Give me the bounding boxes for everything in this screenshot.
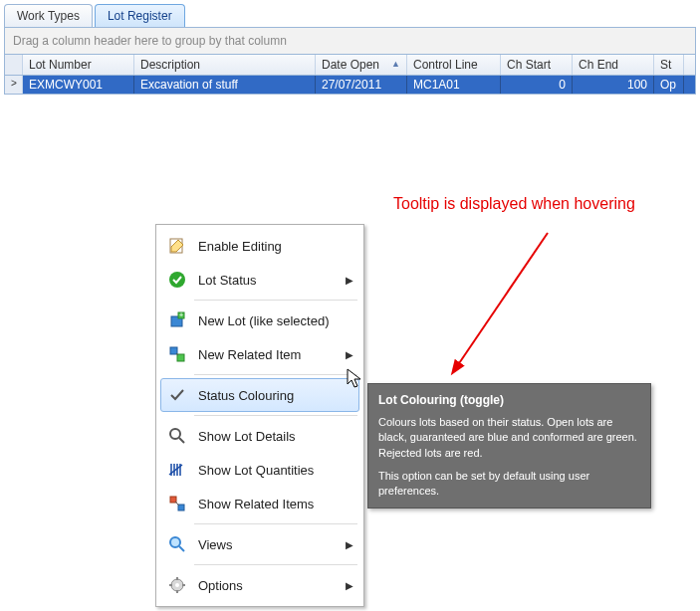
- col-header-description[interactable]: Description: [134, 55, 316, 75]
- svg-point-2: [169, 272, 185, 288]
- submenu-arrow-icon: ▶: [346, 580, 353, 591]
- row-indicator-icon: >: [5, 76, 23, 94]
- menu-separator: [194, 564, 357, 565]
- gear-icon: [166, 575, 188, 595]
- svg-point-22: [175, 583, 179, 587]
- row-indicator-header: [5, 55, 23, 75]
- svg-line-18: [175, 502, 179, 506]
- submenu-arrow-icon: ▶: [346, 539, 353, 550]
- submenu-arrow-icon: ▶: [346, 275, 353, 286]
- tally-icon: [166, 460, 188, 480]
- data-grid: Lot Number Description Date Open ▲ Contr…: [4, 55, 696, 95]
- menu-lot-status[interactable]: Lot Status ▶: [160, 263, 359, 297]
- sort-ascending-icon: ▲: [391, 59, 400, 69]
- cell-lot-number: EXMCWY001: [23, 76, 134, 94]
- new-lot-icon: +: [166, 310, 188, 330]
- menu-separator: [194, 415, 357, 416]
- cell-status: Op: [654, 76, 684, 94]
- menu-label: Show Lot Details: [198, 429, 296, 444]
- menu-options[interactable]: Options ▶: [160, 568, 359, 602]
- menu-views[interactable]: Views ▶: [160, 527, 359, 561]
- col-header-date-open-label: Date Open: [322, 58, 379, 72]
- svg-text:+: +: [179, 311, 183, 318]
- magnifier-icon: [166, 426, 188, 446]
- cell-ch-start: 0: [501, 76, 573, 94]
- tooltip-body: Colours lots based on their status. Open…: [378, 415, 640, 461]
- svg-line-20: [179, 546, 184, 551]
- related-item-icon: [166, 344, 188, 364]
- tab-work-types[interactable]: Work Types: [4, 4, 93, 27]
- cell-description: Excavation of stuff: [134, 76, 316, 94]
- menu-label: Views: [198, 537, 232, 552]
- svg-rect-7: [177, 354, 184, 361]
- annotation-arrow: [438, 223, 578, 392]
- submenu-arrow-icon: ▶: [346, 349, 353, 360]
- svg-line-10: [179, 438, 184, 443]
- col-header-control-line[interactable]: Control Line: [407, 55, 501, 75]
- search-icon: [166, 534, 188, 554]
- related-items-icon: [166, 494, 188, 513]
- menu-separator: [194, 523, 357, 524]
- menu-show-lot-details[interactable]: Show Lot Details: [160, 419, 359, 453]
- tab-bar: Work Types Lot Register: [0, 0, 700, 27]
- menu-label: New Lot (like selected): [198, 313, 330, 328]
- svg-point-9: [170, 429, 180, 439]
- group-by-bar[interactable]: Drag a column header here to group by th…: [4, 27, 696, 55]
- menu-label: Show Lot Quantities: [198, 463, 314, 478]
- svg-point-19: [170, 537, 180, 547]
- menu-separator: [194, 300, 357, 301]
- col-header-status[interactable]: St: [654, 55, 684, 75]
- cell-date-open: 27/07/2011: [316, 76, 407, 94]
- status-icon: [166, 270, 188, 290]
- cell-ch-end: 100: [573, 76, 654, 94]
- menu-new-related-item[interactable]: New Related Item ▶: [160, 337, 359, 371]
- menu-label: Options: [198, 578, 243, 593]
- svg-line-0: [453, 233, 548, 372]
- tooltip-footer: This option can be set by default using …: [378, 469, 640, 500]
- menu-label: Enable Editing: [198, 239, 282, 254]
- col-header-ch-end[interactable]: Ch End: [573, 55, 654, 75]
- menu-label: Status Colouring: [198, 388, 294, 403]
- checkmark-icon: [166, 385, 188, 405]
- menu-label: Show Related Items: [198, 497, 314, 511]
- tooltip: Lot Colouring (toggle) Colours lots base…: [367, 383, 651, 509]
- context-menu: Enable Editing Lot Status ▶ + New Lot (l…: [155, 224, 364, 607]
- annotation-text: Tooltip is displayed when hovering: [393, 195, 635, 213]
- menu-show-related-items[interactable]: Show Related Items: [160, 487, 359, 520]
- menu-new-lot[interactable]: + New Lot (like selected): [160, 304, 359, 337]
- menu-label: New Related Item: [198, 347, 301, 362]
- grid-header-row: Lot Number Description Date Open ▲ Contr…: [5, 55, 695, 76]
- menu-show-lot-quantities[interactable]: Show Lot Quantities: [160, 453, 359, 487]
- col-header-date-open[interactable]: Date Open ▲: [316, 55, 407, 75]
- edit-icon: [166, 236, 188, 256]
- col-header-lot-number[interactable]: Lot Number: [23, 55, 134, 75]
- menu-separator: [194, 374, 357, 375]
- menu-label: Lot Status: [198, 273, 257, 288]
- tab-lot-register[interactable]: Lot Register: [95, 4, 185, 27]
- col-header-ch-start[interactable]: Ch Start: [501, 55, 573, 75]
- menu-enable-editing[interactable]: Enable Editing: [160, 229, 359, 263]
- svg-line-8: [176, 353, 178, 355]
- svg-rect-6: [170, 347, 177, 354]
- cell-control-line: MC1A01: [407, 76, 501, 94]
- menu-status-colouring[interactable]: Status Colouring: [160, 378, 359, 412]
- tooltip-title: Lot Colouring (toggle): [378, 392, 640, 409]
- table-row[interactable]: > EXMCWY001 Excavation of stuff 27/07/20…: [5, 76, 695, 94]
